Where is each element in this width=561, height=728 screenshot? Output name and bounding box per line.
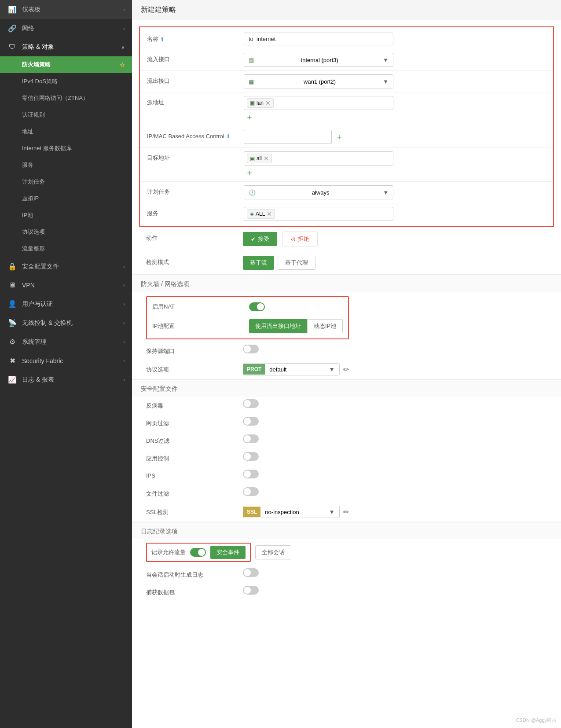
expand-arrow: › [123, 7, 125, 13]
security-event-button[interactable]: 安全事件 [210, 546, 246, 559]
in-interface-select[interactable]: ▦ internal (port3) ▼ [244, 53, 393, 67]
add-dst-addr-button[interactable]: ＋ [244, 168, 255, 177]
sidebar-item-label: 策略 & 对象 [22, 43, 121, 51]
session-start-toggle[interactable] [243, 568, 259, 577]
sidebar-item-vpn[interactable]: 🖥 VPN › [0, 276, 132, 294]
ips-toggle[interactable] [243, 470, 259, 478]
sidebar-item-security-fabric[interactable]: ✖ Security Fabric › [0, 351, 132, 370]
out-interface-value: ▦ wan1 (port2) ▼ [244, 74, 546, 88]
expand-arrow: › [123, 358, 125, 364]
service-field[interactable]: ◈ ALL ✕ [244, 207, 393, 221]
file-filter-toggle[interactable] [243, 487, 259, 496]
main-form-section: 名称 ℹ 流入接口 ▦ internal (port3) ▼ [139, 26, 554, 227]
sidebar-item-label: 日志 & 报表 [22, 376, 123, 384]
edit-ssl-icon[interactable]: ✏ [343, 508, 349, 516]
protocol-select[interactable]: PROT default ▼ [243, 363, 340, 375]
name-row: 名称 ℹ [140, 29, 553, 49]
protocol-text: default [265, 364, 324, 375]
sidebar-item-firewall-policy[interactable]: 防火墙策略 ☆ [0, 56, 132, 73]
action-row: 动作 ✔ 接受 ⊘ 拒绝 [132, 227, 561, 251]
ssl-label: SSL检测 [146, 506, 243, 516]
watermark: CSDN @Aggy阿吉 [516, 717, 557, 724]
edit-protocol-icon[interactable]: ✏ [343, 365, 349, 374]
session-start-row: 当会话启动时生成日志 [132, 566, 561, 583]
sidebar-item-network[interactable]: 🔗 网络 › [0, 19, 132, 38]
ssl-row: SSL检测 SSL no-inspection ▼ ✏ [132, 502, 561, 522]
antivirus-label: 反病毒 [146, 399, 243, 410]
sidebar-item-ztna[interactable]: 零信任网络访问（ZTNA） [0, 90, 132, 107]
schedule-select[interactable]: 🕐 always ▼ [244, 185, 393, 199]
favorite-star[interactable]: ☆ [120, 62, 125, 68]
security-section-title: 安全配置文件 [132, 379, 561, 397]
sidebar-item-virtual-ip[interactable]: 虚拟IP [0, 190, 132, 207]
out-interface-select[interactable]: ▦ wan1 (port2) ▼ [244, 74, 393, 88]
action-group: ✔ 接受 ⊘ 拒绝 [243, 232, 547, 246]
keep-src-port-toggle[interactable] [243, 345, 259, 353]
sidebar-item-ip-pool[interactable]: IP池 [0, 207, 132, 224]
stream-mode-button[interactable]: 基于流 [243, 256, 274, 270]
src-addr-row: 源地址 ▣ lan ✕ ＋ [140, 92, 553, 126]
ssl-value: SSL no-inspection ▼ ✏ [243, 506, 547, 518]
sidebar-item-label: 安全配置文件 [22, 263, 123, 271]
log-traffic-toggle[interactable] [190, 548, 206, 557]
ipmac-field[interactable] [244, 130, 332, 144]
accept-button[interactable]: ✔ 接受 [243, 232, 277, 246]
nat-toggle[interactable] [249, 302, 265, 311]
add-src-addr-button[interactable]: ＋ [244, 113, 255, 121]
address-icon: ▣ [250, 100, 255, 106]
webfilter-toggle[interactable] [243, 417, 259, 426]
sidebar-item-policy-objects[interactable]: 🛡 策略 & 对象 ∨ [0, 38, 132, 56]
nat-section: 启用NAT IP池配置 使用流出接口地址 动态IP池 [146, 296, 349, 339]
schedule-label: 计划任务 [22, 178, 45, 186]
sidebar-item-user-auth[interactable]: 👤 用户与认证 › [0, 294, 132, 313]
ssl-select[interactable]: SSL no-inspection ▼ [243, 506, 340, 518]
ipmac-info-icon[interactable]: ℹ [227, 132, 229, 140]
dynamic-pool-button[interactable]: 动态IP池 [307, 319, 343, 333]
sidebar-item-wireless[interactable]: 📡 无线控制 & 交换机 › [0, 313, 132, 332]
sidebar-item-service[interactable]: 服务 [0, 157, 132, 173]
sidebar-item-ipv4-dos[interactable]: IPv4 DoS策略 [0, 73, 132, 90]
remove-tag-icon[interactable]: ✕ [265, 99, 271, 107]
sidebar-item-internet-svc[interactable]: Internet 服务数据库 [0, 140, 132, 157]
sidebar-item-traffic-shaping[interactable]: 流量整形 [0, 240, 132, 257]
sidebar-item-security-profile[interactable]: 🔒 安全配置文件 › [0, 257, 132, 276]
sidebar-item-address[interactable]: 地址 [0, 123, 132, 140]
app-ctrl-toggle[interactable] [243, 452, 259, 461]
sidebar-item-system[interactable]: ⚙ 系统管理 › [0, 332, 132, 351]
remove-tag-icon[interactable]: ✕ [264, 155, 269, 162]
ipmac-row: IP/MAC Based Access Control ℹ ＋ [140, 126, 553, 148]
reject-button[interactable]: ⊘ 拒绝 [282, 232, 318, 246]
nat-label: 启用NAT [152, 303, 249, 311]
name-input[interactable] [244, 33, 393, 45]
sidebar-item-dashboard[interactable]: 📊 仪表板 › [0, 0, 132, 19]
out-interface-label: 流出接口 [147, 74, 244, 85]
add-ipmac-button[interactable]: ＋ [334, 132, 345, 142]
remove-tag-icon[interactable]: ✕ [267, 210, 272, 217]
sidebar-item-schedule[interactable]: 计划任务 [0, 173, 132, 190]
ztna-label: 零信任网络访问（ZTNA） [22, 94, 88, 102]
sidebar-item-auth-rules[interactable]: 认证规则 [0, 107, 132, 123]
all-session-button[interactable]: 全部会话 [255, 545, 291, 559]
dst-addr-value: ▣ all ✕ ＋ [244, 151, 546, 178]
detection-buttons: 基于流 基于代理 [243, 256, 547, 270]
capture-packet-toggle[interactable] [243, 586, 259, 595]
name-info-icon[interactable]: ℹ [161, 36, 163, 43]
wireless-icon: 📡 [7, 319, 18, 327]
antivirus-toggle[interactable] [243, 399, 259, 408]
clock-icon: 🕐 [249, 189, 256, 196]
sidebar-item-label: VPN [22, 282, 123, 289]
proxy-mode-button[interactable]: 基于代理 [278, 256, 315, 270]
sidebar-item-log-report[interactable]: 📈 日志 & 报表 › [0, 370, 132, 389]
use-outgoing-button[interactable]: 使用流出接口地址 [249, 319, 307, 333]
expand-arrow: › [123, 339, 125, 345]
dns-filter-toggle[interactable] [243, 434, 259, 443]
src-addr-field[interactable]: ▣ lan ✕ [244, 96, 393, 110]
ips-row: IPS [132, 467, 561, 485]
sidebar-item-proto-opts[interactable]: 协议选项 [0, 224, 132, 240]
file-filter-label: 文件过滤 [146, 487, 243, 498]
session-start-label: 当会话启动时生成日志 [146, 568, 243, 579]
webfilter-row: 网页过滤 [132, 414, 561, 432]
sidebar-item-label: Security Fabric [22, 357, 123, 364]
dst-addr-field[interactable]: ▣ all ✕ [244, 151, 393, 165]
dst-addr-label: 目标地址 [147, 151, 244, 162]
